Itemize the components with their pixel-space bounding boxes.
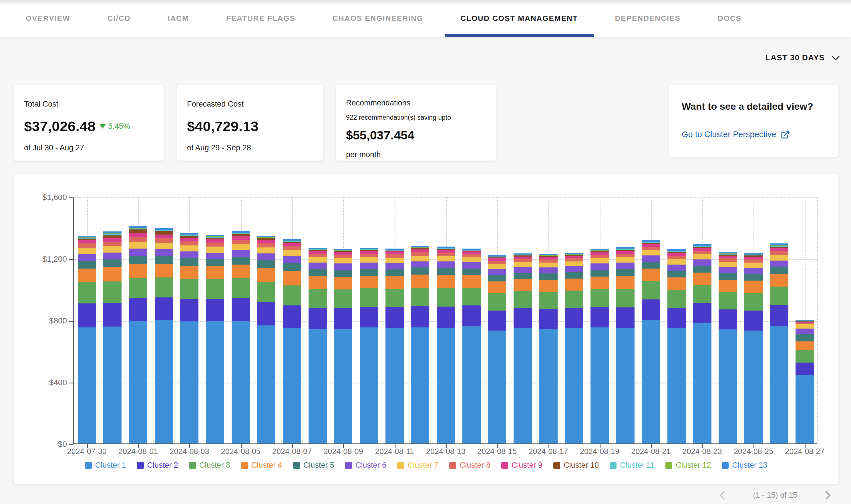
stacked-bar-2024-08-13[interactable] <box>437 247 455 444</box>
stacked-bar-2024-08-14[interactable] <box>463 249 481 444</box>
stacked-bar-2024-08-10[interactable] <box>360 248 378 444</box>
bar-segment-cluster-7 <box>616 257 635 263</box>
stacked-bar-2024-08-06[interactable] <box>257 236 275 444</box>
stacked-bar-2024-08-22[interactable] <box>667 249 686 444</box>
legend-item-cluster-10[interactable]: Cluster 10 <box>553 461 599 470</box>
stacked-bar-2024-08-21[interactable] <box>642 240 660 444</box>
bar-segment-cluster-7 <box>437 256 455 261</box>
bar-segment-cluster-9 <box>565 256 583 258</box>
legend-item-cluster-12[interactable]: Cluster 12 <box>665 461 711 470</box>
bar-segment-cluster-2 <box>129 298 147 321</box>
recommendations-title: Recommendations <box>346 98 486 107</box>
tab-feature-flags[interactable]: FEATURE FLAGS <box>226 0 295 37</box>
bar-segment-cluster-3 <box>232 278 250 298</box>
bar-segment-cluster-3 <box>463 288 481 306</box>
stacked-bar-2024-08-24[interactable] <box>718 252 737 444</box>
bar-segment-cluster-3 <box>411 288 429 306</box>
stacked-bar-2024-08-05[interactable] <box>232 231 250 444</box>
stacked-bar-2024-08-02[interactable] <box>155 228 173 444</box>
tab-dependencies[interactable]: DEPENDENCIES <box>615 0 681 37</box>
bar-segment-cluster-9 <box>411 249 429 252</box>
legend-item-cluster-8[interactable]: Cluster 8 <box>449 461 490 470</box>
trend-down-icon <box>100 124 106 129</box>
legend-item-cluster-5[interactable]: Cluster 5 <box>293 461 334 470</box>
stacked-bar-2024-08-03[interactable] <box>180 233 198 444</box>
legend-swatch <box>293 462 300 469</box>
bar-segment-cluster-3 <box>206 279 224 299</box>
stacked-bar-2024-08-26[interactable] <box>770 244 788 444</box>
bar-segment-cluster-8 <box>590 255 609 258</box>
tab-ci-cd[interactable]: CI/CD <box>107 0 131 37</box>
previous-page-icon[interactable] <box>720 491 729 500</box>
bar-segment-cluster-6 <box>565 266 583 272</box>
legend-label: Cluster 8 <box>459 461 490 470</box>
stacked-bar-2024-08-17[interactable] <box>539 254 558 444</box>
bar-segment-cluster-3 <box>590 289 609 307</box>
bar-segment-cluster-4 <box>488 282 506 293</box>
cluster-perspective-link[interactable]: Go to Cluster Perspective <box>682 130 826 139</box>
date-range-dropdown[interactable]: LAST 30 DAYS <box>765 53 837 62</box>
tab-overview[interactable]: OVERVIEW <box>26 0 70 37</box>
legend-item-cluster-9[interactable]: Cluster 9 <box>501 461 542 470</box>
bar-segment-cluster-1 <box>539 329 558 444</box>
bar-segment-cluster-4 <box>180 266 198 279</box>
bar-segment-cluster-4 <box>334 277 352 289</box>
stacked-bar-2024-08-23[interactable] <box>693 244 711 444</box>
bar-segment-cluster-6 <box>334 264 352 270</box>
bar-segment-cluster-9 <box>334 252 352 255</box>
stacked-bar-2024-08-07[interactable] <box>283 239 301 444</box>
stacked-bar-2024-07-30[interactable] <box>78 236 96 444</box>
bar-segment-cluster-5 <box>463 269 481 275</box>
legend-item-cluster-13[interactable]: Cluster 13 <box>722 461 767 470</box>
bar-segment-cluster-5 <box>565 272 583 279</box>
stacked-bar-2024-08-19[interactable] <box>590 249 609 444</box>
stacked-bar-2024-08-20[interactable] <box>616 247 635 444</box>
stacked-bar-2024-08-01[interactable] <box>129 226 147 444</box>
stacked-bar-2024-08-27[interactable] <box>796 320 814 444</box>
next-page-icon[interactable] <box>821 491 830 500</box>
stacked-bar-2024-08-25[interactable] <box>744 253 763 444</box>
bar-segment-cluster-2 <box>437 307 455 328</box>
bar-segment-cluster-4 <box>796 341 814 350</box>
bar-segment-cluster-6 <box>770 260 788 267</box>
total-cost-change: 5.45% <box>100 122 130 131</box>
bar-segment-cluster-9 <box>539 257 558 260</box>
tab-chaos-engineering[interactable]: CHAOS ENGINEERING <box>333 0 423 37</box>
legend-item-cluster-11[interactable]: Cluster 11 <box>610 461 655 470</box>
legend-item-cluster-1[interactable]: Cluster 1 <box>85 461 126 470</box>
tab-iacm[interactable]: IACM <box>168 0 189 37</box>
tab-docs[interactable]: DOCS <box>718 0 742 37</box>
bar-segment-cluster-2 <box>78 303 96 327</box>
bar-segment-cluster-3 <box>103 282 122 303</box>
bar-segment-cluster-7 <box>155 243 173 249</box>
bar-segment-cluster-10 <box>155 231 173 235</box>
stacked-bar-2024-08-08[interactable] <box>309 248 327 444</box>
stacked-bar-2024-08-04[interactable] <box>206 235 224 444</box>
forecasted-cost-card: Forecasted Cost $40,729.13 of Aug 29 - S… <box>177 85 323 161</box>
legend-item-cluster-7[interactable]: Cluster 7 <box>397 461 438 470</box>
legend-item-cluster-6[interactable]: Cluster 6 <box>345 461 386 470</box>
recommendations-subtitle: 922 recommendation(s) saving upto <box>346 114 486 122</box>
stacked-bar-2024-08-16[interactable] <box>514 253 532 444</box>
stacked-bar-2024-07-31[interactable] <box>103 231 122 444</box>
bar-segment-cluster-5 <box>103 259 122 267</box>
bar-segment-cluster-6 <box>463 262 481 269</box>
stacked-bar-2024-08-11[interactable] <box>385 249 404 444</box>
bar-segment-cluster-9 <box>78 240 96 244</box>
stacked-bar-2024-08-12[interactable] <box>411 246 429 444</box>
legend-item-cluster-4[interactable]: Cluster 4 <box>241 461 282 470</box>
bar-segment-cluster-1 <box>693 323 711 444</box>
tabs-container: OVERVIEWCI/CDIACMFEATURE FLAGSCHAOS ENGI… <box>0 0 851 37</box>
bar-segment-cluster-7 <box>642 250 660 255</box>
legend-item-cluster-2[interactable]: Cluster 2 <box>137 461 178 470</box>
bar-segment-cluster-4 <box>642 269 660 281</box>
stacked-bar-2024-08-18[interactable] <box>565 253 583 444</box>
bar-segment-cluster-3 <box>514 291 532 308</box>
stacked-bar-2024-08-09[interactable] <box>334 249 352 444</box>
legend-item-cluster-3[interactable]: Cluster 3 <box>189 461 230 470</box>
stacked-bar-2024-08-15[interactable] <box>488 255 506 444</box>
tab-cloud-cost-management[interactable]: CLOUD COST MANAGEMENT <box>461 0 578 37</box>
recommendations-value: $55,037.454 <box>346 128 486 142</box>
bar-segment-cluster-5 <box>385 269 404 276</box>
bar-segment-cluster-4 <box>565 278 583 291</box>
